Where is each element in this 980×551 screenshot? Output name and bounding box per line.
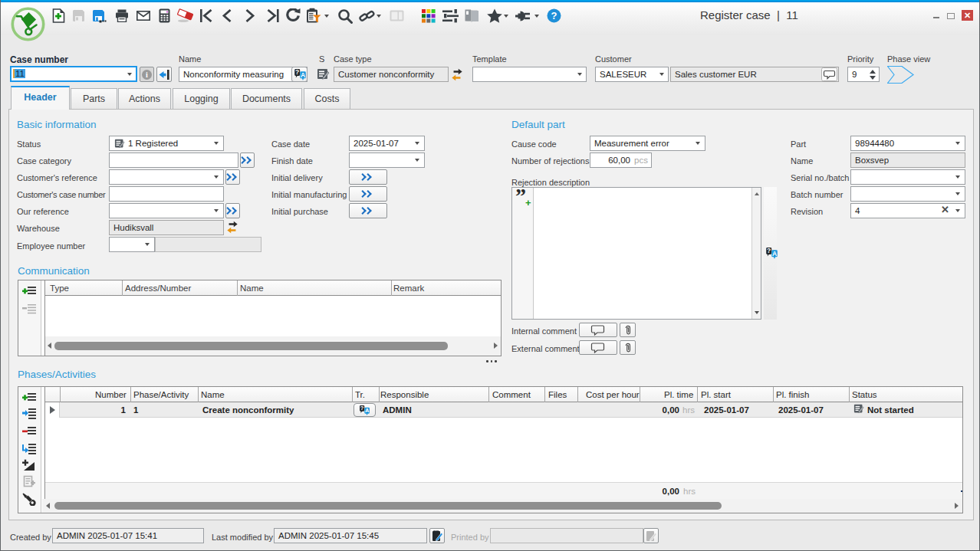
svg-text:?: ? [360,405,364,412]
svg-text:?: ? [295,68,299,76]
svg-text:A: A [301,71,305,79]
svg-text:?: ? [767,247,771,254]
svg-text:A: A [365,407,370,414]
svg-text:?: ? [551,10,557,21]
svg-text:A: A [772,250,777,257]
